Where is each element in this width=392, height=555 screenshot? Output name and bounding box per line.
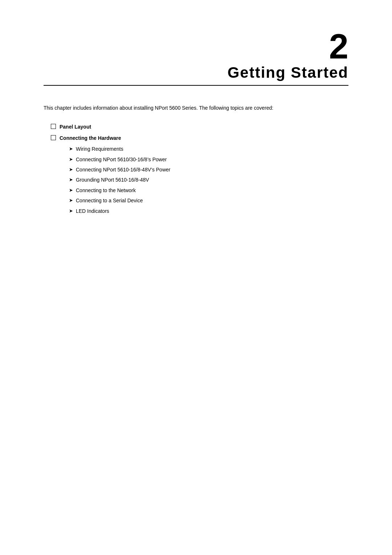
toc-item-label: Connecting the Hardware	[60, 134, 121, 142]
toc-main-item: Connecting the Hardware➤Wiring Requireme…	[51, 134, 348, 215]
sub-item-label: LED Indicators	[76, 207, 109, 215]
sub-item-label: Connecting to the Network	[76, 186, 136, 194]
sub-item-label: Wiring Requirements	[76, 145, 123, 153]
sub-item-label: Grounding NPort 5610-16/8-48V	[76, 176, 149, 184]
arrow-icon: ➤	[69, 197, 73, 204]
arrow-icon: ➤	[69, 166, 73, 174]
sub-item-label: Connecting to a Serial Device	[76, 197, 143, 204]
toc-item: Panel Layout	[51, 123, 348, 131]
arrow-icon: ➤	[69, 176, 73, 184]
arrow-icon: ➤	[69, 207, 73, 215]
intro-text: This chapter includes information about …	[44, 104, 348, 112]
toc-main-item: Panel Layout	[51, 123, 348, 131]
sub-item: ➤LED Indicators	[69, 207, 348, 215]
sub-item: ➤Connecting NPort 5610/30-16/8’s Power	[69, 155, 348, 163]
checkbox-icon	[51, 124, 56, 129]
sub-item-label: Connecting NPort 5610/30-16/8’s Power	[76, 155, 167, 163]
arrow-icon: ➤	[69, 187, 73, 194]
checkbox-icon	[51, 135, 56, 140]
sub-item: ➤Wiring Requirements	[69, 145, 348, 153]
chapter-number: 2	[44, 29, 348, 64]
page: 2 Getting Started This chapter includes …	[0, 0, 392, 555]
sub-items-list: ➤Wiring Requirements➤Connecting NPort 56…	[69, 145, 348, 215]
sub-item: ➤Connecting to the Network	[69, 186, 348, 194]
title-divider	[44, 85, 348, 86]
arrow-icon: ➤	[69, 145, 73, 153]
chapter-title: Getting Started	[44, 64, 348, 81]
toc-section: Panel LayoutConnecting the Hardware➤Wiri…	[51, 123, 348, 215]
sub-item-label: Connecting NPort 5610-16/8-48V’s Power	[76, 166, 170, 174]
toc-item-label: Panel Layout	[60, 123, 91, 131]
toc-item: Connecting the Hardware	[51, 134, 348, 142]
sub-item: ➤Connecting NPort 5610-16/8-48V’s Power	[69, 166, 348, 174]
arrow-icon: ➤	[69, 156, 73, 163]
sub-item: ➤Connecting to a Serial Device	[69, 197, 348, 204]
sub-item: ➤Grounding NPort 5610-16/8-48V	[69, 176, 348, 184]
